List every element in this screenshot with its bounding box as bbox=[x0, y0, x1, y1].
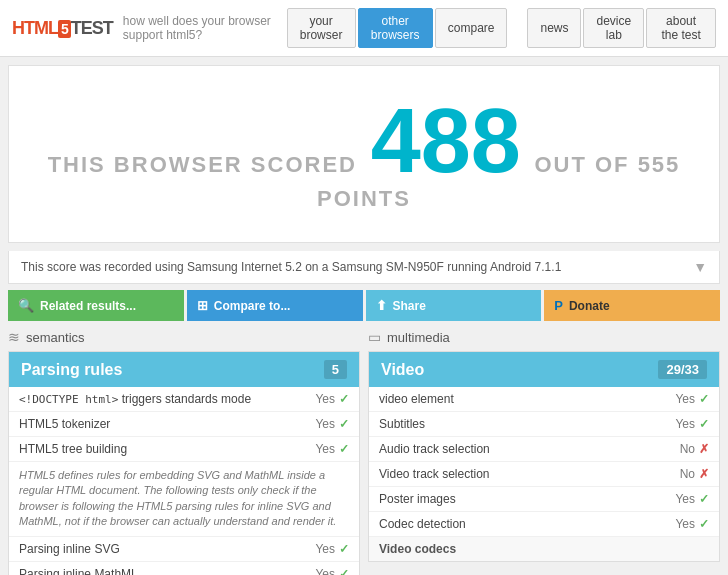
feature-result: Yes ✓ bbox=[315, 567, 349, 575]
multimedia-section-header: ▭ multimedia bbox=[368, 329, 720, 345]
feature-result: Yes ✓ bbox=[315, 542, 349, 556]
feature-result: Yes ✓ bbox=[315, 442, 349, 456]
action-bar: 🔍 Related results... ⊞ Compare to... ⬆ S… bbox=[8, 290, 720, 321]
video-score: 29/33 bbox=[658, 360, 707, 379]
table-row: video element Yes ✓ bbox=[369, 387, 719, 412]
check-icon: ✓ bbox=[339, 542, 349, 556]
feature-result: Yes ✓ bbox=[675, 417, 709, 431]
feature-result: Yes ✓ bbox=[675, 492, 709, 506]
feature-name: HTML5 tree building bbox=[19, 442, 315, 456]
share-label: Share bbox=[393, 299, 426, 313]
feature-name: Subtitles bbox=[379, 417, 675, 431]
x-icon: ✗ bbox=[699, 442, 709, 456]
feature-name: video element bbox=[379, 392, 675, 406]
compare-icon: ⊞ bbox=[197, 298, 208, 313]
score-value: 488 bbox=[371, 96, 521, 186]
semantics-icon: ≋ bbox=[8, 329, 20, 345]
feature-name: Parsing inline MathML bbox=[19, 567, 315, 575]
table-row: Subtitles Yes ✓ bbox=[369, 412, 719, 437]
table-row: Poster images Yes ✓ bbox=[369, 487, 719, 512]
feature-result: Yes ✓ bbox=[315, 392, 349, 406]
feature-name: HTML5 tokenizer bbox=[19, 417, 315, 431]
nav-btn-compare[interactable]: compare bbox=[435, 8, 508, 48]
check-icon: ✓ bbox=[339, 567, 349, 575]
table-row: HTML5 tree building Yes ✓ bbox=[9, 437, 359, 462]
search-icon: 🔍 bbox=[18, 298, 34, 313]
feature-name: Video track selection bbox=[379, 467, 680, 481]
info-bar: This score was recorded using Samsung In… bbox=[8, 251, 720, 284]
donate-button[interactable]: P Donate bbox=[544, 290, 720, 321]
table-row: Codec detection Yes ✓ bbox=[369, 512, 719, 537]
nav-left: your browserother browserscompare bbox=[287, 8, 508, 48]
check-icon: ✓ bbox=[339, 442, 349, 456]
nav-btn-your-browser[interactable]: your browser bbox=[287, 8, 356, 48]
chevron-down-icon[interactable]: ▼ bbox=[693, 259, 707, 275]
parsing-rules-header: Parsing rules 5 bbox=[9, 352, 359, 387]
feature-result: Yes ✓ bbox=[315, 417, 349, 431]
nav-right: newsdevice lababout the test bbox=[527, 8, 716, 48]
parsing-rules-score: 5 bbox=[324, 360, 347, 379]
table-row: Video codecs bbox=[369, 537, 719, 561]
check-icon: ✓ bbox=[699, 417, 709, 431]
table-row: Parsing inline MathML Yes ✓ bbox=[9, 562, 359, 575]
multimedia-icon: ▭ bbox=[368, 329, 381, 345]
header: HTML5TEST how well does your browser sup… bbox=[0, 0, 728, 57]
semantics-title: semantics bbox=[26, 330, 85, 345]
feature-name: Codec detection bbox=[379, 517, 675, 531]
compare-label: Compare to... bbox=[214, 299, 291, 313]
left-column: ≋ semantics Parsing rules 5 <!DOCTYPE ht… bbox=[8, 329, 360, 575]
feature-name: <!DOCTYPE html> triggers standards mode bbox=[19, 392, 315, 406]
donate-label: Donate bbox=[569, 299, 610, 313]
nav-btn-news[interactable]: news bbox=[527, 8, 581, 48]
check-icon: ✓ bbox=[699, 517, 709, 531]
parsing-rules-box: Parsing rules 5 <!DOCTYPE html> triggers… bbox=[8, 351, 360, 575]
score-section: THIS BROWSER SCORED 488 OUT OF 555 POINT… bbox=[8, 65, 720, 243]
nav-btn-device-lab[interactable]: device lab bbox=[583, 8, 644, 48]
video-header: Video 29/33 bbox=[369, 352, 719, 387]
check-icon: ✓ bbox=[699, 492, 709, 506]
check-icon: ✓ bbox=[339, 417, 349, 431]
table-row: Audio track selection No ✗ bbox=[369, 437, 719, 462]
table-row: Video track selection No ✗ bbox=[369, 462, 719, 487]
table-row: HTML5 tokenizer Yes ✓ bbox=[9, 412, 359, 437]
feature-result: Yes ✓ bbox=[675, 392, 709, 406]
table-row: Parsing inline SVG Yes ✓ bbox=[9, 537, 359, 562]
feature-name: Audio track selection bbox=[379, 442, 680, 456]
header-left: HTML5TEST how well does your browser sup… bbox=[12, 14, 287, 42]
right-column: ▭ multimedia Video 29/33 video element Y… bbox=[368, 329, 720, 575]
parsing-rules-title: Parsing rules bbox=[21, 361, 122, 379]
video-box: Video 29/33 video element Yes ✓ Subtitle… bbox=[368, 351, 720, 562]
site-logo: HTML5TEST bbox=[12, 18, 113, 39]
feature-name: Video codecs bbox=[379, 542, 709, 556]
feature-result: No ✗ bbox=[680, 442, 709, 456]
nav-btn-about[interactable]: about the test bbox=[646, 8, 716, 48]
donate-icon: P bbox=[554, 298, 563, 313]
table-row: <!DOCTYPE html> triggers standards mode … bbox=[9, 387, 359, 412]
related-results-button[interactable]: 🔍 Related results... bbox=[8, 290, 184, 321]
feature-result: No ✗ bbox=[680, 467, 709, 481]
video-title: Video bbox=[381, 361, 424, 379]
feature-name: Parsing inline SVG bbox=[19, 542, 315, 556]
info-bar-text: This score was recorded using Samsung In… bbox=[21, 260, 561, 274]
x-icon: ✗ bbox=[699, 467, 709, 481]
compare-button[interactable]: ⊞ Compare to... bbox=[187, 290, 363, 321]
multimedia-title: multimedia bbox=[387, 330, 450, 345]
parsing-rules-note: HTML5 defines rules for embedding SVG an… bbox=[9, 462, 359, 537]
semantics-section-header: ≋ semantics bbox=[8, 329, 360, 345]
main-content: ≋ semantics Parsing rules 5 <!DOCTYPE ht… bbox=[8, 329, 720, 575]
header-tagline: how well does your browser support html5… bbox=[123, 14, 287, 42]
share-icon: ⬆ bbox=[376, 298, 387, 313]
feature-result: Yes ✓ bbox=[675, 517, 709, 531]
nav-btn-other-browsers[interactable]: other browsers bbox=[358, 8, 433, 48]
share-button[interactable]: ⬆ Share bbox=[366, 290, 542, 321]
feature-name: Poster images bbox=[379, 492, 675, 506]
score-prefix: THIS BROWSER SCORED bbox=[48, 152, 357, 177]
check-icon: ✓ bbox=[699, 392, 709, 406]
related-label: Related results... bbox=[40, 299, 136, 313]
check-icon: ✓ bbox=[339, 392, 349, 406]
